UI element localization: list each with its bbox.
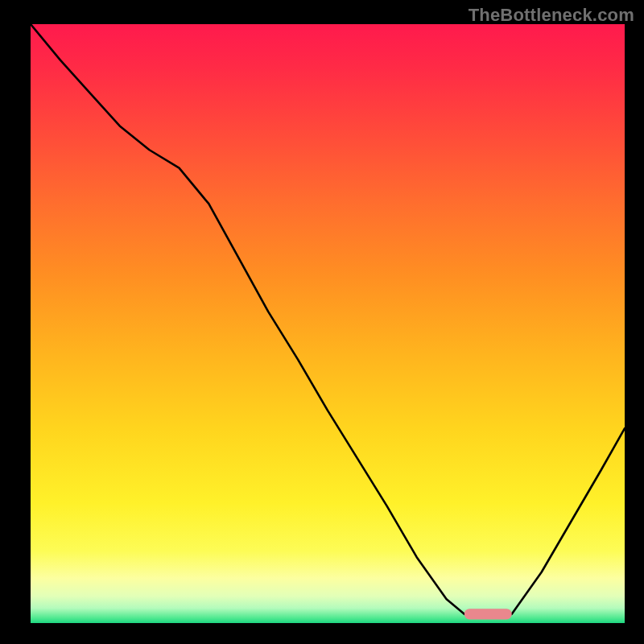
watermark-text: TheBottleneck.com bbox=[469, 5, 634, 26]
chart-frame: TheBottleneck.com bbox=[0, 0, 644, 644]
bottleneck-chart bbox=[31, 24, 625, 623]
gradient-background bbox=[31, 24, 625, 623]
optimal-marker bbox=[464, 609, 512, 619]
